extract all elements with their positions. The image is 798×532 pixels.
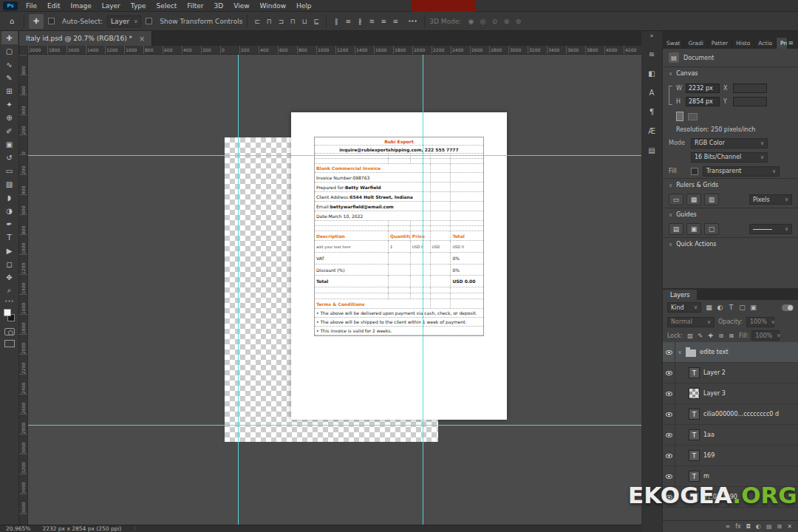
brush-tool[interactable]: ✐: [1, 124, 18, 137]
rulers-grids-section-header[interactable]: ∨ Rulers & Grids: [663, 178, 798, 191]
distribute-vertical-icon[interactable]: ≡: [343, 16, 353, 27]
align-to-canvas-icon[interactable]: ≌: [390, 16, 400, 27]
width-input[interactable]: 2232 px: [686, 83, 720, 93]
layer-row[interactable]: ∨ Layer 3: [663, 383, 798, 404]
new-guide-layout-icon[interactable]: ▤: [669, 223, 683, 235]
delete-layer-icon[interactable]: ✕: [787, 523, 792, 530]
guide-style-dropdown[interactable]: [749, 224, 792, 234]
clone-stamp-tool[interactable]: ▣: [1, 137, 18, 151]
filter-pixel-layers-icon[interactable]: ▦: [704, 304, 714, 311]
layer-row[interactable]: ∨ 1aa: [663, 425, 798, 446]
filter-kind-dropdown[interactable]: Kind: [667, 302, 701, 313]
filter-shape-layers-icon[interactable]: ▢: [737, 304, 747, 311]
lock-pixels-icon[interactable]: ✎: [696, 332, 705, 339]
menu-item[interactable]: Select: [151, 0, 182, 11]
menu-item[interactable]: Image: [66, 0, 97, 11]
toggle-rulers-icon[interactable]: ▭: [669, 194, 683, 205]
layer-thumbnail[interactable]: [689, 367, 700, 378]
adjustments-panel-icon[interactable]: ≋: [644, 46, 660, 62]
distribute-right-edges-icon[interactable]: ≅: [378, 16, 389, 27]
document-page[interactable]: Rubi Export inquire@rubiexportshipping.c…: [291, 112, 507, 420]
home-icon[interactable]: ⌂: [4, 14, 19, 29]
opacity-dropdown[interactable]: 100%: [746, 317, 774, 327]
menu-item[interactable]: Edit: [42, 0, 65, 11]
filter-type-layers-icon[interactable]: T: [726, 304, 736, 311]
bit-depth-dropdown[interactable]: 16 Bits/Channel: [691, 152, 768, 163]
tab-properties[interactable]: Properties: [777, 38, 788, 49]
layer-thumbnail[interactable]: [689, 471, 700, 482]
layer-thumbnail[interactable]: [689, 409, 700, 420]
close-tab-icon[interactable]: ×: [139, 35, 145, 43]
auto-select-checkbox[interactable]: [48, 18, 55, 24]
clone-source-panel-icon[interactable]: ◧: [644, 65, 660, 81]
fill-checkbox[interactable]: [691, 168, 698, 175]
group-chevron-icon[interactable]: ∨: [675, 349, 684, 355]
layer-row[interactable]: ∨ Layer 2: [663, 363, 798, 383]
menu-item[interactable]: File: [21, 0, 42, 11]
panel-tab[interactable]: Patter: [708, 38, 732, 49]
portrait-orientation-icon[interactable]: [676, 112, 683, 121]
toggle-grid-icon[interactable]: ▦: [686, 194, 701, 205]
panel-tab[interactable]: Actio: [754, 38, 777, 49]
canvas[interactable]: Rubi Export inquire@rubiexportshipping.c…: [28, 55, 641, 525]
visibility-eye-icon[interactable]: [663, 425, 675, 445]
zoom-tool[interactable]: ⌕: [1, 284, 18, 297]
menu-item[interactable]: Help: [291, 0, 317, 11]
horizontal-ruler[interactable]: 2000180016001400120010008006004002000200…: [28, 46, 641, 55]
menu-item[interactable]: Filter: [182, 0, 208, 11]
lasso-tool[interactable]: ∿: [1, 58, 18, 71]
layer-row[interactable]: ∨ 169: [663, 446, 798, 466]
layer-row[interactable]: ∨ cilia000000...cccccccc0 d: [663, 404, 798, 425]
quick-selection-tool[interactable]: ✎: [1, 71, 18, 84]
layer-thumbnail[interactable]: [686, 349, 696, 357]
filter-toggle[interactable]: [782, 304, 794, 311]
distribute-centers-icon[interactable]: ≋: [366, 16, 377, 27]
vertical-guide[interactable]: [423, 55, 423, 525]
path-selection-tool[interactable]: ▶: [1, 244, 18, 257]
layer-row[interactable]: ∨ edite text: [663, 342, 798, 363]
align-bottom-icon[interactable]: ⊑: [311, 16, 321, 27]
visibility-eye-icon[interactable]: [663, 404, 675, 424]
healing-brush-tool[interactable]: ⊕: [1, 111, 18, 124]
align-left-icon[interactable]: ⊏: [252, 16, 262, 27]
history-brush-tool[interactable]: ↺: [1, 151, 18, 164]
shape-tool[interactable]: ◻: [1, 257, 18, 270]
tab-layers[interactable]: Layers: [663, 290, 697, 300]
lock-position-icon[interactable]: ✚: [706, 332, 715, 339]
glyphs-panel-icon[interactable]: Æ: [644, 123, 660, 139]
eyedropper-tool[interactable]: ✦: [1, 98, 18, 111]
3d-roll-icon[interactable]: ◎: [477, 16, 488, 27]
layer-effects-icon[interactable]: fx: [735, 523, 741, 530]
align-right-icon[interactable]: ⊐: [276, 16, 286, 27]
canvas-section-header[interactable]: ∨ Canvas: [663, 66, 798, 80]
filter-adjustment-layers-icon[interactable]: ◐: [715, 304, 725, 311]
filter-smart-objects-icon[interactable]: ▣: [748, 304, 758, 311]
expand-panels-icon[interactable]: »: [650, 33, 654, 43]
screen-mode-icon[interactable]: [4, 340, 15, 347]
3d-scale-icon[interactable]: ⊜: [513, 16, 523, 27]
fill-amount-dropdown[interactable]: 100%: [751, 330, 780, 341]
horizontal-guide[interactable]: [28, 425, 641, 426]
menu-item[interactable]: Type: [126, 0, 151, 11]
3d-orbit-icon[interactable]: ◉: [466, 16, 476, 27]
character-panel-icon[interactable]: A: [644, 84, 660, 100]
align-vertical-center-icon[interactable]: ⊔: [299, 16, 310, 27]
crop-tool[interactable]: ⊞: [1, 84, 18, 98]
visibility-eye-icon[interactable]: [663, 446, 675, 466]
lock-all-icon[interactable]: ⊠: [727, 332, 736, 339]
quick-actions-section-header[interactable]: ∨ Quick Actions: [663, 237, 798, 250]
menu-item[interactable]: View: [228, 0, 254, 11]
height-input[interactable]: 2854 px: [686, 97, 720, 106]
fill-dropdown[interactable]: Transparent: [703, 166, 780, 177]
units-dropdown[interactable]: Pixels: [749, 194, 792, 205]
link-dimensions-icon[interactable]: [669, 86, 672, 105]
auto-select-target-dropdown[interactable]: Layer: [107, 16, 141, 27]
eraser-tool[interactable]: ▭: [1, 164, 18, 177]
lock-artboard-icon[interactable]: ⊞: [717, 332, 726, 339]
3d-drag-icon[interactable]: ⊙: [489, 16, 499, 27]
3d-slide-icon[interactable]: ⊛: [501, 16, 511, 27]
visibility-eye-icon[interactable]: [663, 363, 675, 383]
menu-item[interactable]: Window: [255, 0, 292, 11]
clear-guides-icon[interactable]: ▢: [704, 223, 719, 235]
x-input[interactable]: [733, 83, 767, 93]
